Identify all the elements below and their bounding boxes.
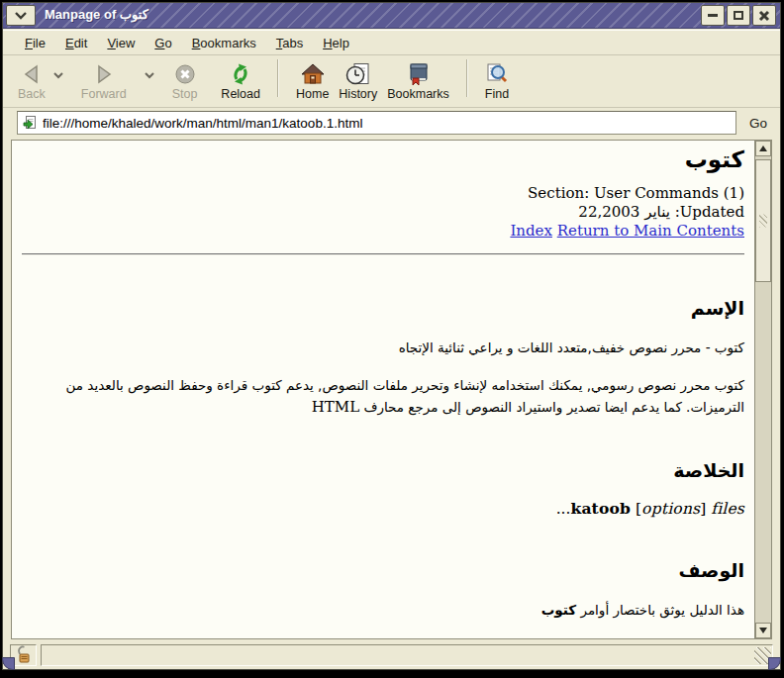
status-message-field xyxy=(41,644,773,666)
section-heading-name: الإسم xyxy=(22,297,744,319)
minimize-button[interactable] xyxy=(701,5,725,26)
arrow-down-icon xyxy=(759,628,767,633)
page-content: كتوب Section: User Commands (1) Updated:… xyxy=(12,141,754,638)
find-button[interactable]: Find xyxy=(480,59,514,103)
latin-word: HTML xyxy=(312,398,359,416)
menu-view[interactable]: View xyxy=(97,33,145,53)
forward-arrow-icon xyxy=(92,62,116,86)
history-icon xyxy=(345,62,371,86)
updated-line: Updated: يناير 22,2003 xyxy=(22,203,744,222)
window-title: Manpage of كتوب xyxy=(45,7,148,22)
forward-button[interactable]: Forward xyxy=(76,59,132,103)
reload-icon xyxy=(229,62,252,86)
menu-tabs[interactable]: Tabs xyxy=(266,33,313,53)
chevron-down-icon xyxy=(15,12,27,20)
description-intro: هذا الدليل يوثق باختصار أوامر كتوب xyxy=(22,599,744,621)
close-button[interactable] xyxy=(752,5,776,26)
home-icon xyxy=(300,62,326,86)
history-button[interactable]: History xyxy=(334,59,382,103)
back-dropdown[interactable] xyxy=(50,55,66,95)
forward-dropdown[interactable] xyxy=(142,55,157,95)
home-button[interactable]: Home xyxy=(291,59,334,103)
section-heading-synopsis: الخلاصة xyxy=(22,459,744,481)
arrow-up-icon xyxy=(759,145,767,151)
urlbar: Go xyxy=(3,108,780,138)
name-line: كتوب - محرر نصوص خفيف,متعدد اللغات و يرا… xyxy=(22,337,744,358)
unlocked-icon xyxy=(14,645,34,665)
section-line: Section: User Commands (1) xyxy=(22,184,744,203)
window-menu-button[interactable] xyxy=(6,5,36,26)
scroll-up-button[interactable] xyxy=(755,141,771,156)
page-favicon-icon xyxy=(22,115,38,131)
toolbar: Back Forward Stop xyxy=(3,54,780,108)
back-arrow-icon xyxy=(20,62,44,86)
maximize-button[interactable] xyxy=(727,5,750,26)
menu-go[interactable]: Go xyxy=(145,33,181,53)
index-link[interactable]: Index xyxy=(510,222,552,240)
scrollbar-thumb[interactable] xyxy=(755,159,771,282)
menu-file[interactable]: File xyxy=(15,33,55,53)
menu-help[interactable]: Help xyxy=(313,33,359,53)
find-icon xyxy=(485,62,509,86)
close-icon xyxy=(758,10,770,22)
reload-button[interactable]: Reload xyxy=(216,59,265,103)
menubar: File Edit View Go Bookmarks Tabs Help xyxy=(3,30,780,54)
scroll-down-button[interactable] xyxy=(755,623,771,638)
scrollbar-grip xyxy=(759,215,767,228)
return-link[interactable]: Return to Main Contents xyxy=(557,222,744,240)
menu-edit[interactable]: Edit xyxy=(55,33,97,53)
bookmarks-icon xyxy=(406,62,432,86)
browser-window: Manpage of كتوب File Edit View Go Bookma… xyxy=(2,2,781,670)
go-button[interactable]: Go xyxy=(742,114,774,133)
bookmarks-button[interactable]: Bookmarks xyxy=(382,59,454,103)
toolbar-separator xyxy=(466,59,468,97)
stop-button[interactable]: Stop xyxy=(167,59,203,103)
description-paragraph: كتوب محرر نصوص خفيف, متعدد اللغات و يراع… xyxy=(22,636,744,638)
divider xyxy=(22,253,744,255)
name-paragraph: كتوب محرر نصوص رسومي, يمكنك استخدامه لإن… xyxy=(22,374,744,418)
page-title: كتوب xyxy=(22,146,744,172)
url-input[interactable] xyxy=(43,116,732,131)
menu-bookmarks[interactable]: Bookmarks xyxy=(182,33,266,53)
section-heading-description: الوصف xyxy=(22,559,744,581)
synopsis-line: ...katoob [options] files xyxy=(22,499,744,518)
statusbar xyxy=(3,641,780,669)
minimize-icon xyxy=(708,14,718,17)
stop-icon xyxy=(173,62,197,86)
content-frame: كتوب Section: User Commands (1) Updated:… xyxy=(11,140,772,639)
chevron-down-icon xyxy=(53,72,63,79)
command-name: katoob xyxy=(570,499,631,518)
back-button[interactable]: Back xyxy=(13,59,50,103)
url-entry[interactable] xyxy=(17,111,736,135)
vertical-scrollbar[interactable] xyxy=(754,141,771,638)
toolbar-separator xyxy=(277,59,279,97)
chevron-down-icon xyxy=(145,72,154,79)
maximize-icon xyxy=(734,11,743,20)
header-links: Index Return to Main Contents xyxy=(22,222,744,241)
titlebar[interactable]: Manpage of كتوب xyxy=(3,3,780,29)
